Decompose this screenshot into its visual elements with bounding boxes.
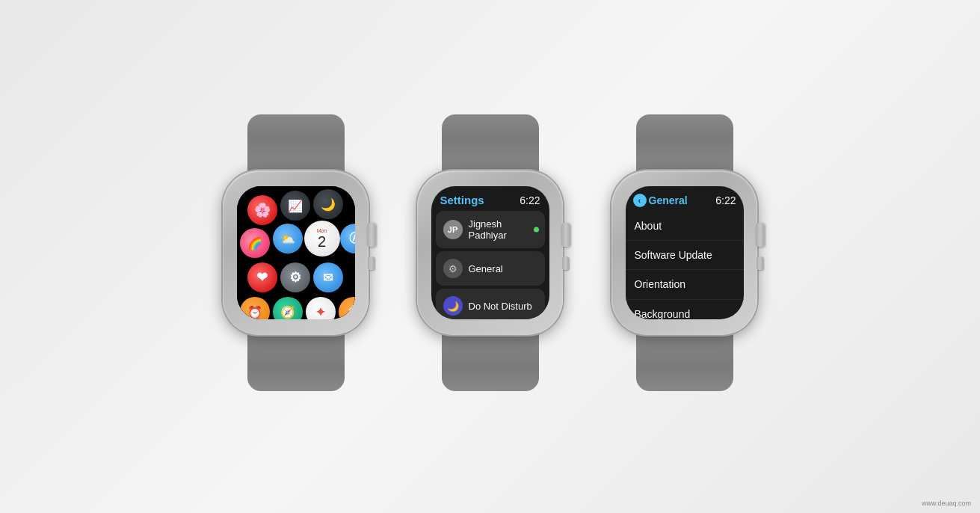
general-item-background-refresh-text: BackgroundApp Refresh: [635, 307, 693, 319]
watch-screen-2: Settings 6:22 JP Jignesh Padhiyar ⚙: [431, 186, 549, 319]
back-chevron-icon: ‹: [633, 194, 647, 207]
general-back-label: General: [649, 194, 688, 206]
settings-item-profile-text: Jignesh Padhiyar: [469, 218, 537, 241]
app-icon-settings: ⚙: [280, 262, 310, 292]
watch-screen-1: 🌸 📈 🌙 🌈 ⛅ Mon2 Ⓐ ❤ ⚙ ✉ ⏰ 🧭 ✦ ⏱ 🏃 🌐: [237, 186, 355, 319]
crown-2: [561, 223, 570, 247]
app-icon-mail: ✉: [313, 262, 343, 292]
band-bottom-2: [442, 331, 539, 391]
app-icon-alarm: ⏰: [240, 297, 270, 319]
watch-case-3: ‹ General 6:22 About Software Update: [611, 171, 757, 335]
settings-item-dnd[interactable]: 🌙 Do Not Disturb: [436, 289, 545, 319]
screen-general: ‹ General 6:22 About Software Update: [626, 186, 744, 319]
profile-avatar: JP: [443, 220, 463, 239]
app-icon-moon: 🌙: [313, 189, 343, 219]
general-item-software-update-text: Software Update: [635, 248, 712, 262]
app-icon-weather: ⛅: [273, 224, 303, 254]
app-icon-health: ❤: [247, 262, 277, 292]
status-dot: [534, 227, 539, 233]
watch-screen-3: ‹ General 6:22 About Software Update: [626, 186, 744, 319]
watermark: www.deuaq.com: [922, 500, 971, 507]
general-header: ‹ General 6:22: [626, 186, 744, 212]
watch-case-1: 🌸 📈 🌙 🌈 ⛅ Mon2 Ⓐ ❤ ⚙ ✉ ⏰ 🧭 ✦ ⏱ 🏃 🌐: [223, 171, 369, 335]
crown-3: [756, 223, 765, 247]
app-icon-clock: 🌸: [247, 195, 277, 225]
general-item-orientation[interactable]: Orientation: [626, 270, 744, 299]
general-back-button[interactable]: ‹ General: [633, 194, 688, 207]
app-icon-activity2: ✦: [306, 297, 336, 319]
settings-item-general[interactable]: ⚙ General: [436, 251, 545, 286]
general-icon: ⚙: [443, 259, 463, 278]
band-bottom-1: [247, 331, 345, 391]
crown-1: [367, 223, 376, 247]
side-button-2: [562, 256, 569, 270]
screen-settings: Settings 6:22 JP Jignesh Padhiyar ⚙: [431, 186, 549, 319]
settings-title: Settings: [440, 194, 484, 206]
settings-item-dnd-text: Do Not Disturb: [469, 301, 532, 312]
band-top-3: [636, 114, 733, 174]
app-icon-activity: 📈: [280, 191, 310, 221]
general-time: 6:22: [715, 194, 736, 206]
app-icon-date: Mon2: [304, 221, 340, 256]
settings-item-profile[interactable]: JP Jignesh Padhiyar: [436, 211, 545, 248]
dnd-icon: 🌙: [443, 296, 463, 316]
settings-header: Settings 6:22: [431, 186, 549, 211]
watch-case-2: Settings 6:22 JP Jignesh Padhiyar ⚙: [417, 171, 563, 335]
app-icon-photos: 🌈: [240, 228, 270, 258]
watch-settings: Settings 6:22 JP Jignesh Padhiyar ⚙: [408, 114, 573, 399]
general-item-software-update[interactable]: Software Update: [626, 241, 744, 270]
side-button-3: [756, 256, 763, 270]
watch-general: ‹ General 6:22 About Software Update: [603, 114, 767, 399]
band-top-1: [247, 114, 345, 174]
band-top-2: [442, 114, 539, 174]
settings-time: 6:22: [520, 194, 540, 206]
screen-apps: 🌸 📈 🌙 🌈 ⛅ Mon2 Ⓐ ❤ ⚙ ✉ ⏰ 🧭 ✦ ⏱ 🏃 🌐: [237, 186, 355, 319]
app-icon-timer: ⏱: [339, 297, 355, 319]
general-list: About Software Update Orientation Backgr…: [626, 212, 744, 319]
settings-list: JP Jignesh Padhiyar ⚙ General 🌙 Do N: [431, 211, 549, 319]
band-bottom-3: [636, 331, 733, 391]
settings-item-general-text: General: [469, 263, 503, 274]
general-item-about[interactable]: About: [626, 212, 744, 241]
watch-apps: 🌸 📈 🌙 🌈 ⛅ Mon2 Ⓐ ❤ ⚙ ✉ ⏰ 🧭 ✦ ⏱ 🏃 🌐: [214, 114, 378, 399]
side-button-1: [368, 256, 375, 270]
general-item-about-text: About: [635, 219, 662, 233]
app-icon-maps: 🧭: [273, 297, 303, 319]
app-icon-appstore: Ⓐ: [340, 224, 355, 254]
general-item-orientation-text: Orientation: [635, 277, 685, 291]
general-item-background-refresh[interactable]: BackgroundApp Refresh: [626, 300, 744, 319]
